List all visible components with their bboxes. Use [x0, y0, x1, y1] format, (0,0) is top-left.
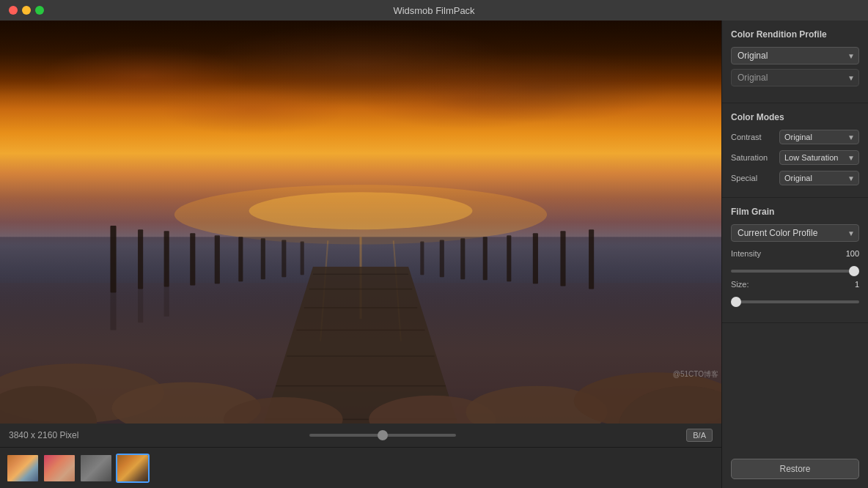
thumbnail-4[interactable]: [116, 454, 150, 483]
thumbnail-4-image: [117, 455, 148, 481]
saturation-select[interactable]: Original Low Saturation High Saturation: [779, 150, 859, 165]
rendition-secondary-select: Original: [731, 69, 859, 86]
color-modes-grid: Contrast Original Low Medium High ▼ Satu…: [731, 130, 859, 185]
color-rendition-title: Color Rendition Profile: [731, 29, 859, 40]
thumbnail-2-image: [44, 455, 75, 481]
size-row: Size: 1: [731, 280, 859, 289]
ba-button[interactable]: B/A: [686, 429, 713, 442]
app-title: Widsmob FilmPack: [393, 5, 474, 16]
intensity-label: Intensity: [731, 249, 761, 258]
thumbnail-3-image: [81, 455, 111, 481]
special-select-wrapper: Original Cross Process Bleach Bypass ▼: [779, 171, 859, 185]
restore-button[interactable]: Restore: [731, 459, 859, 479]
rendition-secondary-wrapper: Original ▼: [731, 69, 859, 86]
color-rendition-section: Color Rendition Profile Original Kodak F…: [722, 21, 868, 103]
thumbnail-1[interactable]: [6, 454, 40, 483]
thumbnail-2[interactable]: [43, 454, 76, 483]
rocks-layer: [0, 243, 721, 424]
watermark: @51CTO博客: [673, 369, 718, 380]
image-container: @51CTO博客: [0, 21, 721, 424]
saturation-row: Saturation Original Low Saturation High …: [731, 150, 859, 165]
size-slider[interactable]: [731, 300, 859, 303]
color-modes-title: Color Modes: [731, 112, 859, 122]
contrast-select-wrapper: Original Low Medium High ▼: [779, 130, 859, 144]
image-area: @51CTO博客 3840 x 2160 Pixel B/A: [0, 21, 721, 488]
main-layout: @51CTO博客 3840 x 2160 Pixel B/A: [0, 21, 868, 488]
thumbnails-strip: [0, 447, 721, 488]
color-modes-section: Color Modes Contrast Original Low Medium…: [722, 103, 868, 198]
minimize-button[interactable]: [22, 6, 31, 15]
contrast-label: Contrast: [731, 133, 775, 141]
compare-slider-container: [84, 434, 680, 437]
grain-profile-wrapper: Current Color Profile None Light Medium …: [731, 224, 859, 242]
thumbnail-1-image: [7, 455, 38, 481]
right-panel: Color Rendition Profile Original Kodak F…: [721, 21, 868, 488]
close-button[interactable]: [9, 6, 18, 15]
panel-spacer: [722, 323, 868, 450]
contrast-select[interactable]: Original Low Medium High: [779, 130, 859, 144]
special-label: Special: [731, 174, 775, 182]
image-lower-area: 3840 x 2160 Pixel B/A: [0, 424, 721, 488]
special-row: Special Original Cross Process Bleach By…: [731, 171, 859, 185]
size-label: Size:: [731, 280, 749, 289]
cloud-layer: [0, 21, 721, 243]
rendition-primary-select[interactable]: Original Kodak Fuji Ilford: [731, 47, 859, 64]
maximize-button[interactable]: [35, 6, 44, 15]
restore-section: Restore: [722, 450, 868, 488]
title-bar: Widsmob FilmPack: [0, 0, 868, 21]
traffic-lights: [9, 6, 44, 15]
image-wrapper: @51CTO博客 3840 x 2160 Pixel B/A: [0, 21, 721, 488]
film-grain-title: Film Grain: [731, 207, 859, 217]
sunset-image: @51CTO博客: [0, 21, 721, 424]
intensity-row: Intensity 100: [731, 249, 859, 258]
film-grain-section: Film Grain Current Color Profile None Li…: [722, 198, 868, 323]
rendition-primary-wrapper: Original Kodak Fuji Ilford ▼: [731, 47, 859, 64]
special-select[interactable]: Original Cross Process Bleach Bypass: [779, 171, 859, 185]
compare-slider[interactable]: [309, 434, 456, 437]
thumbnail-3[interactable]: [79, 454, 113, 483]
intensity-value: 100: [846, 249, 859, 258]
image-bottom-bar: 3840 x 2160 Pixel B/A: [0, 424, 721, 447]
contrast-row: Contrast Original Low Medium High ▼: [731, 130, 859, 144]
pixel-info: 3840 x 2160 Pixel: [9, 430, 78, 440]
grain-profile-select[interactable]: Current Color Profile None Light Medium …: [731, 224, 859, 242]
size-value: 1: [855, 280, 859, 289]
intensity-slider[interactable]: [731, 270, 859, 273]
saturation-select-wrapper: Original Low Saturation High Saturation …: [779, 150, 859, 165]
saturation-label: Saturation: [731, 153, 775, 162]
